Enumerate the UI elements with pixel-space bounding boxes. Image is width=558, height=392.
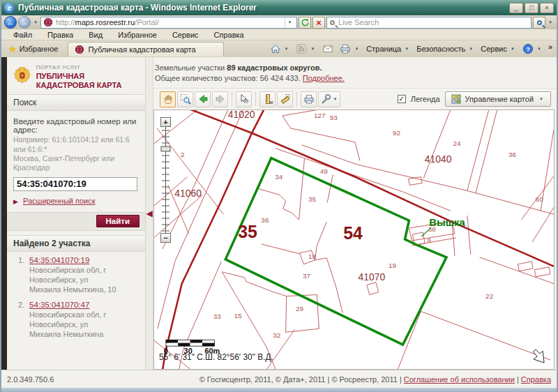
search-go-button[interactable] <box>533 17 545 29</box>
map-label: 49 <box>320 167 329 175</box>
map-label: 36 <box>261 216 269 224</box>
zoom-slider-handle[interactable] <box>161 146 170 151</box>
version-label: 2.0.349.750.6 <box>7 375 54 384</box>
print-dropdown-icon[interactable]: ▼ <box>353 47 360 51</box>
pan-tool-button[interactable] <box>160 91 176 107</box>
map-label: 32 <box>273 331 281 339</box>
window-bottom-border <box>1 388 557 392</box>
stop-button[interactable]: × <box>312 17 325 29</box>
map-tools-button[interactable]: ▼ <box>318 91 340 107</box>
previous-extent-button[interactable] <box>195 91 211 107</box>
history-dropdown-icon[interactable]: ▼ <box>32 20 39 24</box>
zoom-selection-button[interactable] <box>177 91 193 107</box>
rss-feed-icon <box>296 43 307 54</box>
zoom-slider-track[interactable] <box>160 127 171 233</box>
find-button[interactable]: Найти <box>96 215 140 227</box>
search-options-dropdown-icon[interactable]: ▼ <box>547 20 554 24</box>
map-toolbar: ? м ▼ ✓ Легенда <box>153 89 557 110</box>
search-panel-header: Поиск <box>7 94 145 111</box>
map-label: 33 <box>213 312 222 320</box>
menu-favorites[interactable]: Избранное <box>110 31 165 39</box>
result-link[interactable]: 54:35:041070:19 <box>29 256 89 264</box>
sidebar-collapse-handle[interactable]: ◀ <box>146 57 153 370</box>
maximize-button[interactable]: □ <box>525 3 538 13</box>
browser-tab[interactable]: Публичная кадастровая карта <box>68 42 224 56</box>
measure-area-button[interactable] <box>277 91 293 107</box>
tab-favicon-globe-icon <box>75 45 84 54</box>
live-search-placeholder: Live Search <box>338 18 379 27</box>
address-bar-row: ← → ▼ http://maps.rosreestr.ru/Portal/ ▼… <box>1 15 557 29</box>
next-extent-button[interactable] <box>212 91 228 107</box>
result-link[interactable]: 54:35:041070:47 <box>29 301 89 309</box>
live-search-field[interactable]: Live Search <box>326 17 531 29</box>
toolbar-separator <box>296 92 297 106</box>
cadastral-map[interactable]: 2127939224366049343536183729331532192238… <box>154 110 554 369</box>
read-mail-button[interactable] <box>320 42 335 56</box>
search-field-label: Введите кадастровый номер или адрес: <box>7 111 145 135</box>
help-dropdown-icon[interactable]: ▼ <box>536 47 543 51</box>
safety-menu-button[interactable]: Безопасность▼ <box>414 42 476 56</box>
map-label: 15 <box>234 312 243 319</box>
terms-link[interactable]: Соглашение об использовании <box>404 375 515 384</box>
sidebar: ПОРТАЛ УСЛУГ ПУБЛИЧНАЯ КАДАСТРОВАЯ КАРТА… <box>7 57 146 370</box>
toolbar-overflow-chevron[interactable]: » <box>547 43 554 55</box>
refresh-button[interactable] <box>299 17 311 29</box>
legend-checkbox[interactable]: ✓ <box>398 95 406 103</box>
print-map-button[interactable] <box>301 91 317 107</box>
page-content: ПОРТАЛ УСЛУГ ПУБЛИЧНАЯ КАДАСТРОВАЯ КАРТА… <box>1 57 557 370</box>
details-link[interactable]: Подробнее. <box>303 74 345 82</box>
menu-edit[interactable]: Правка <box>40 31 81 39</box>
map-manage-button[interactable]: Управление картой ▼ <box>445 91 551 107</box>
portal-logo-row: ПОРТАЛ УСЛУГ ПУБЛИЧНАЯ КАДАСТРОВАЯ КАРТА <box>7 57 145 94</box>
home-dropdown-icon[interactable]: ▼ <box>283 47 290 51</box>
tools-dropdown-icon: ▼ <box>332 97 339 101</box>
advanced-search-link[interactable]: Расширенный поиск <box>23 197 96 205</box>
cadastral-number-input[interactable] <box>13 177 137 191</box>
forward-button[interactable]: → <box>18 16 31 29</box>
close-button[interactable]: × <box>540 3 554 13</box>
zoom-slider[interactable]: + − <box>160 117 172 243</box>
page-footer: 2.0.349.750.6 © Госгисцентр, 2011, © Дат… <box>1 370 557 388</box>
map-label: 36 <box>508 151 517 158</box>
site-brand-title: ПУБЛИЧНАЯ КАДАСТРОВАЯ КАРТА <box>36 72 141 90</box>
menu-tools[interactable]: Сервис <box>165 31 206 39</box>
map-label: Вышка <box>429 217 465 228</box>
favorites-button[interactable]: ★ Избранное <box>4 42 62 56</box>
address-field[interactable]: http://maps.rosreestr.ru/Portal/ ▼ <box>40 17 297 29</box>
ruler-icon: м <box>262 93 273 105</box>
stop-icon: × <box>316 18 322 27</box>
mail-icon <box>322 43 333 54</box>
zoom-out-button[interactable]: − <box>160 233 171 243</box>
map-label: 24 <box>453 140 461 147</box>
back-button[interactable]: ← <box>4 16 17 29</box>
home-button[interactable]: ▼ <box>268 42 292 56</box>
help-link[interactable]: Справка <box>521 375 551 384</box>
menu-file[interactable]: Файл <box>6 31 40 39</box>
help-icon: ? <box>522 43 534 54</box>
home-icon <box>270 43 281 54</box>
main-panel: Земельные участки 89 кадастровых округов… <box>153 57 557 370</box>
zoom-in-button[interactable]: + <box>160 117 171 127</box>
page-left-rail <box>1 57 7 370</box>
address-dropdown-icon[interactable]: ▼ <box>285 17 294 28</box>
toolbar-separator <box>232 92 232 106</box>
toolbar-separator <box>255 92 256 106</box>
feeds-button[interactable]: ▼ <box>294 42 318 56</box>
copyright-text: © Госгисцентр, 2011, © Дата+, 2011 | © Р… <box>199 375 551 384</box>
result-address: Новосибирская обл, г Новосибирск, улМиха… <box>29 310 140 340</box>
map-label: 9 <box>427 236 431 244</box>
printer-icon <box>303 93 315 105</box>
menu-help[interactable]: Справка <box>206 31 252 39</box>
measure-length-button[interactable]: м <box>259 91 276 107</box>
help-menu-button[interactable]: ? ▼ <box>520 42 545 56</box>
minimize-button[interactable]: _ <box>509 3 523 13</box>
page-menu-button[interactable]: Страница▼ <box>364 42 412 56</box>
print-button[interactable]: ▼ <box>338 42 362 56</box>
feeds-dropdown-icon[interactable]: ▼ <box>309 47 316 51</box>
menu-view[interactable]: Вид <box>81 31 110 39</box>
manage-dropdown-icon: ▼ <box>538 97 545 101</box>
tools-menu-button[interactable]: Сервис▼ <box>478 42 518 56</box>
map-viewport: 2127939224366049343536183729331532192238… <box>153 110 555 370</box>
identify-tool-button[interactable]: ? <box>236 91 252 107</box>
svg-text:?: ? <box>245 98 248 105</box>
